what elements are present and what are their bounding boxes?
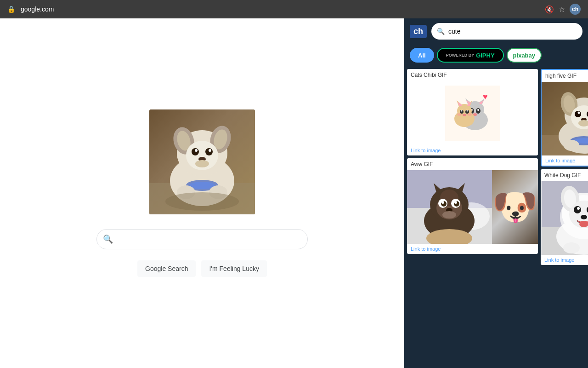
mute-icon[interactable]: 🔇 [545,5,554,14]
gif-grid: Cats Chibi GIF [404,66,588,368]
gif-column-left: Cats Chibi GIF [407,69,538,365]
gif-card-high-five[interactable]: high five GIF [541,69,588,167]
svg-point-20 [165,192,239,211]
svg-point-97 [574,206,581,213]
gif-card-cats-chibi-link[interactable]: Link to image [407,145,538,155]
browser-actions: 🔇 ☆ ch [545,4,581,15]
gif-card-cats-chibi-title: Cats Chibi GIF [407,69,538,81]
gif-card-cats-chibi[interactable]: Cats Chibi GIF [407,69,538,155]
sidebar-search-input[interactable] [448,28,577,35]
svg-point-43 [463,114,466,116]
sidebar-panel: ch 🔍 All POWERED BY GIPHY pixabay [404,18,588,368]
google-search-input[interactable] [96,229,308,249]
dog-preview-image [149,109,255,214]
svg-point-44 [457,113,462,116]
feeling-lucky-button[interactable]: I'm Feeling Lucky [201,260,267,277]
sidebar-header: ch 🔍 [404,18,588,44]
star-icon[interactable]: ☆ [559,5,565,14]
svg-point-78 [578,112,580,114]
svg-point-31 [477,109,479,111]
svg-point-45 [467,113,472,116]
lock-icon: 🔒 [7,6,15,13]
gif-card-high-five-title: high five GIF [542,70,588,82]
google-search-button[interactable]: Google Search [137,260,196,277]
gif-card-white-dog[interactable]: White Dog GIF [541,169,588,265]
gif-card-high-five-link[interactable]: Link to image [542,155,588,166]
svg-point-11 [205,148,213,155]
giphy-powered-text: POWERED BY [446,53,475,58]
svg-point-61 [441,201,444,204]
svg-point-12 [195,149,198,152]
svg-point-103 [563,242,580,253]
sidebar-search-bar[interactable]: 🔍 [431,23,582,40]
filter-tab-pixabay[interactable]: pixabay [507,48,542,63]
sidebar-logo: ch [410,25,427,38]
svg-text:♥: ♥ [483,92,488,101]
main-layout: 🔍 Google Search I'm Feeling Lucky ch 🔍 A… [0,18,588,368]
svg-point-62 [454,201,457,204]
avatar[interactable]: ch [570,4,581,15]
high-five-image [542,82,588,155]
aww-image [407,170,538,244]
google-page: 🔍 Google Search I'm Feeling Lucky [0,18,404,368]
sidebar-search-icon: 🔍 [437,28,445,35]
cats-chibi-image: ♥ [407,81,538,145]
gif-card-white-dog-title: White Dog GIF [541,169,588,181]
filter-tab-all[interactable]: All [410,48,434,63]
gif-card-aww-link[interactable]: Link to image [407,244,538,254]
filter-tab-giphy[interactable]: POWERED BY GIPHY [437,48,504,63]
giphy-logo: GIPHY [476,52,494,59]
filter-tabs: All POWERED BY GIPHY pixabay [404,44,588,66]
svg-point-10 [192,148,199,155]
gif-card-aww-title: Aww GIF [407,158,538,170]
browser-chrome: 🔒 google.com 🔇 ☆ ch [0,0,588,18]
svg-point-99 [577,207,580,210]
svg-point-13 [209,149,211,152]
gif-card-white-dog-link[interactable]: Link to image [541,255,588,265]
svg-point-76 [575,111,581,117]
svg-point-40 [461,110,462,112]
browser-url: google.com [21,6,54,13]
svg-point-84 [564,140,579,151]
search-bar-wrapper: 🔍 [96,229,308,249]
svg-point-15 [195,160,209,167]
gif-column-right: high five GIF [541,69,588,365]
google-search-icon: 🔍 [103,234,113,244]
svg-point-42 [466,110,468,112]
gif-card-aww[interactable]: Aww GIF [407,158,538,254]
pixabay-logo: pixabay [513,52,535,59]
white-dog-image [541,181,588,255]
search-buttons: Google Search I'm Feeling Lucky [137,260,267,277]
svg-point-64 [442,211,456,218]
svg-point-101 [581,215,587,219]
